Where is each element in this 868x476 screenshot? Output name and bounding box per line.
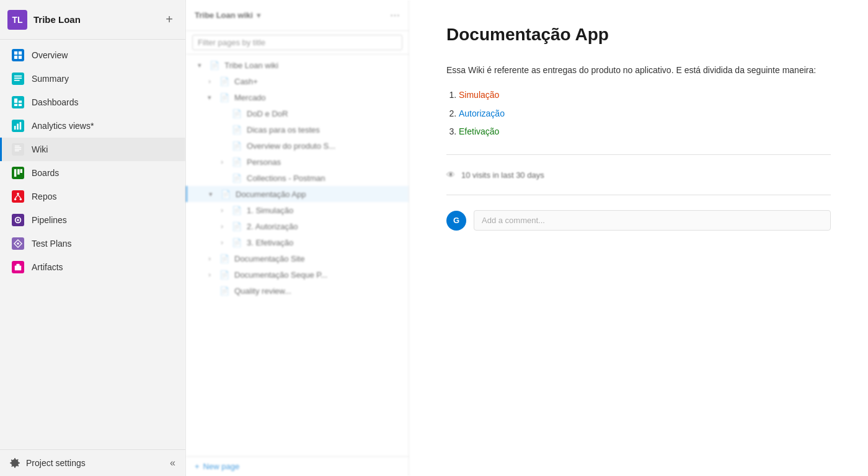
page-icon-personas: 📄: [232, 157, 242, 167]
sidebar-item-analytics[interactable]: Analytics views*: [0, 114, 185, 138]
wiki-search-container: [186, 31, 409, 55]
svg-rect-18: [14, 169, 17, 177]
chevron-documentacao-seque: ›: [205, 271, 215, 278]
page-icon-mercado: 📄: [219, 92, 229, 102]
sidebar-label-pipelines: Pipelines: [32, 215, 67, 225]
testplans-icon: [12, 237, 24, 250]
chevron-simulacao: ›: [217, 206, 227, 214]
svg-rect-4: [14, 76, 22, 77]
page-icon-documentacao-app: 📄: [221, 189, 231, 199]
tree-item-documentacao-seque[interactable]: › 📄 Documentação Seque P...: [186, 267, 409, 283]
page-intro-text: Essa Wiki é referente as entregas do pro…: [446, 63, 831, 78]
boards-icon: [12, 167, 24, 179]
page-icon-overview-produto: 📄: [232, 141, 242, 151]
svg-rect-6: [14, 80, 20, 81]
page-list: Simulação Autorização Efetivação: [446, 88, 831, 139]
overview-icon: [12, 49, 24, 61]
tree-item-efetivacao[interactable]: › 📄 3. Efetivação: [186, 234, 409, 250]
wiki-search-input[interactable]: [192, 35, 402, 50]
page-icon-quality: 📄: [219, 286, 229, 296]
page-icon-collections: 📄: [232, 173, 242, 183]
svg-point-21: [17, 193, 19, 195]
sidebar-item-testplans[interactable]: Test Plans: [0, 232, 185, 255]
chevron-documentacao-app: ▾: [206, 190, 216, 198]
repos-icon: [12, 190, 24, 203]
sidebar-label-analytics: Analytics views*: [32, 121, 94, 131]
sidebar-item-artifacts[interactable]: Artifacts: [0, 255, 185, 279]
svg-rect-20: [20, 169, 23, 173]
sidebar-label-dashboards: Dashboards: [32, 97, 79, 107]
tree-item-simulacao[interactable]: › 📄 1. Simulação: [186, 202, 409, 218]
dashboards-icon: [12, 96, 24, 108]
tree-item-cash[interactable]: › 📄 Cash+: [186, 73, 409, 89]
svg-rect-11: [14, 126, 16, 130]
tree-item-personas[interactable]: › 📄 Personas: [186, 154, 409, 170]
tree-item-overview-produto[interactable]: 📄 Overview do produto S...: [186, 138, 409, 154]
new-page-plus-icon: +: [195, 462, 200, 471]
svg-line-25: [18, 195, 20, 198]
list-item-autorizacao: Autorização: [459, 107, 831, 121]
chevron-personas: ›: [217, 158, 227, 165]
sidebar-label-summary: Summary: [32, 74, 69, 84]
svg-point-22: [14, 198, 17, 201]
link-autorizacao[interactable]: Autorização: [459, 108, 505, 118]
svg-rect-16: [15, 149, 22, 149]
svg-rect-2: [14, 56, 17, 59]
add-project-button[interactable]: +: [161, 11, 178, 29]
collapse-sidebar-button[interactable]: «: [170, 457, 175, 469]
svg-point-27: [17, 219, 19, 221]
nav-list: Overview Summary Dashboards Analytics vi…: [0, 40, 185, 449]
sidebar-item-repos[interactable]: Repos: [0, 185, 185, 208]
svg-rect-0: [14, 51, 17, 55]
wiki-menu-icon[interactable]: ⋯: [390, 9, 400, 21]
link-simulacao[interactable]: Simulação: [459, 90, 499, 100]
sidebar-item-overview[interactable]: Overview: [0, 43, 185, 67]
wiki-dropdown-icon[interactable]: ▾: [257, 11, 260, 20]
svg-rect-15: [15, 148, 22, 148]
tree-item-documentacao-app[interactable]: ▾ 📄 Documentação App: [186, 186, 409, 202]
summary-icon: [12, 73, 24, 85]
page-icon-dicas: 📄: [232, 125, 242, 134]
page-icon-simulacao: 📄: [232, 205, 242, 215]
tree-item-mercado[interactable]: ▾ 📄 Mercado: [186, 89, 409, 105]
page-title: Documentação App: [446, 25, 831, 45]
tree-item-root[interactable]: ▾ 📄 Tribe Loan wiki: [186, 57, 409, 73]
tree-item-collections[interactable]: 📄 Collections - Postman: [186, 170, 409, 186]
page-icon-documentacao-seque: 📄: [219, 270, 229, 280]
project-settings-link[interactable]: Project settings: [10, 458, 86, 468]
svg-rect-14: [15, 146, 20, 146]
chevron-autorizacao: ›: [217, 223, 227, 230]
tree-item-dicas[interactable]: 📄 Dicas para os testes: [186, 121, 409, 138]
list-item-efetivacao: Efetivação: [459, 125, 831, 139]
sidebar-label-wiki: Wiki: [32, 144, 48, 154]
tree-item-autorizacao[interactable]: › 📄 2. Autorização: [186, 218, 409, 234]
visits-row: 👁 10 visits in last 30 days: [446, 170, 831, 180]
svg-point-28: [17, 242, 19, 245]
chevron-mercado: ▾: [205, 94, 215, 102]
sidebar-item-summary[interactable]: Summary: [0, 67, 185, 90]
sidebar-item-boards[interactable]: Boards: [0, 161, 185, 185]
sidebar-item-pipelines[interactable]: Pipelines: [0, 208, 185, 232]
project-name: Tribe Loan: [33, 14, 161, 25]
project-avatar: TL: [7, 10, 27, 30]
chevron-documentacao-site: ›: [205, 255, 215, 262]
sidebar-item-wiki[interactable]: Wiki: [0, 138, 185, 161]
sidebar-item-dashboards[interactable]: Dashboards: [0, 90, 185, 114]
svg-rect-13: [20, 122, 22, 130]
wiki-tree-panel: Tribe Loan wiki ▾ ⋯ ▾ 📄 Tribe Loan wiki …: [186, 0, 409, 476]
svg-rect-12: [17, 124, 19, 130]
svg-rect-19: [17, 169, 20, 175]
comment-input[interactable]: Add a comment...: [474, 210, 831, 231]
chevron-cash: ›: [205, 77, 215, 85]
link-efetivacao[interactable]: Efetivação: [459, 126, 499, 136]
page-body: Essa Wiki é referente as entregas do pro…: [446, 63, 831, 139]
tree-item-documentacao-site[interactable]: › 📄 Documentação Site: [186, 250, 409, 267]
gear-icon: [10, 458, 20, 468]
tree-item-dod[interactable]: 📄 DoD e DoR: [186, 105, 409, 121]
sidebar-label-artifacts: Artifacts: [32, 262, 63, 272]
new-page-footer[interactable]: + New page: [186, 456, 409, 476]
analytics-icon: [12, 120, 24, 132]
svg-rect-10: [19, 104, 22, 107]
page-icon-documentacao-site: 📄: [219, 253, 229, 263]
tree-item-quality[interactable]: 📄 Quality review...: [186, 283, 409, 299]
